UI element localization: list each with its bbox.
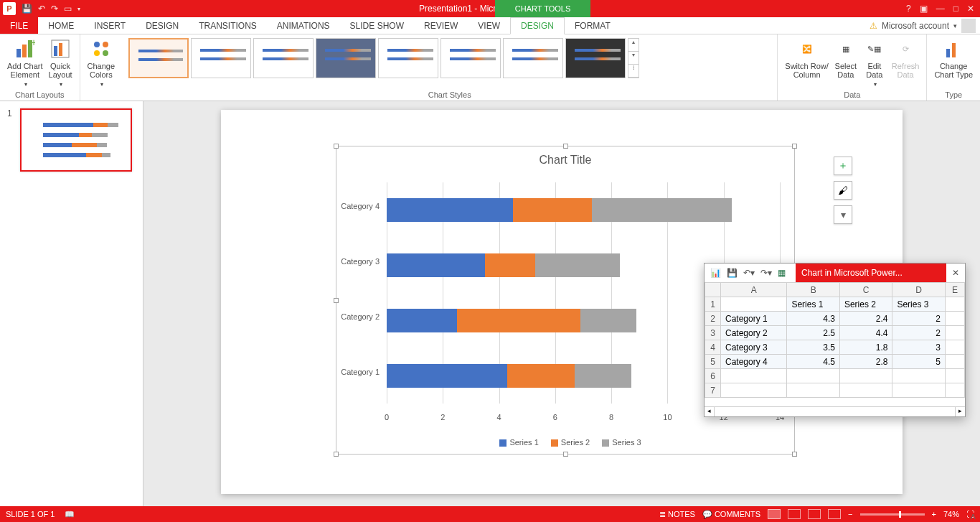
grid-cell[interactable] [945, 326, 964, 340]
grid-cell[interactable] [721, 383, 787, 398]
help-icon[interactable]: ? [906, 4, 911, 14]
ribbon-options-icon[interactable]: ▣ [920, 4, 928, 14]
grid-cell[interactable]: 4.4 [839, 326, 892, 340]
zoom-out-button[interactable]: − [848, 510, 852, 518]
tab-transitions[interactable]: TRANSITIONS [189, 17, 267, 34]
chart-style-2[interactable] [191, 38, 251, 78]
collapse-ribbon-icon[interactable]: ᐱ [971, 513, 976, 521]
grid-cell[interactable]: 2.8 [839, 355, 892, 369]
tab-review[interactable]: REVIEW [414, 17, 468, 34]
select-data-button[interactable]: ▦Select Data [831, 36, 860, 80]
tab-file[interactable]: FILE [0, 17, 38, 34]
chart-styles-button[interactable]: 🖌 [834, 181, 852, 200]
tab-chart-format[interactable]: FORMAT [565, 17, 621, 34]
grid-cell[interactable]: Category 3 [721, 340, 787, 355]
editor-redo-icon[interactable]: ↷▾ [760, 268, 772, 278]
editor-scroll-right-icon[interactable]: ▸ [955, 407, 965, 416]
editor-scroll-left-icon[interactable]: ◂ [705, 407, 715, 416]
editor-save-icon[interactable]: 💾 [727, 268, 738, 278]
slide-thumbnail-1[interactable] [20, 108, 132, 172]
bar-row[interactable] [387, 198, 780, 223]
grid-cell[interactable]: 5 [892, 355, 946, 369]
tab-slideshow[interactable]: SLIDE SHOW [340, 17, 414, 34]
qat-customize-icon[interactable]: ▾ [77, 6, 80, 12]
minimize-icon[interactable]: — [936, 4, 945, 14]
account-dropdown-icon[interactable]: ▾ [953, 22, 957, 29]
grid-cell[interactable]: 1.8 [839, 340, 892, 355]
grid-cell[interactable] [945, 369, 964, 383]
chart-style-4[interactable] [316, 38, 376, 78]
chart-style-6[interactable] [440, 38, 501, 78]
grid-cell[interactable] [839, 369, 892, 383]
maximize-icon[interactable]: □ [953, 4, 958, 14]
grid-cell[interactable] [945, 383, 964, 398]
change-chart-type-button[interactable]: Change Chart Type [931, 36, 976, 80]
grid-cell[interactable]: 4.5 [787, 355, 840, 369]
comments-button[interactable]: 💬 COMMENTS [702, 510, 760, 519]
grid-cell[interactable] [945, 340, 964, 355]
chart-style-8[interactable] [565, 38, 626, 78]
undo-icon[interactable]: ↶ [38, 4, 45, 14]
start-from-beginning-icon[interactable]: ▭ [64, 4, 72, 14]
quick-layout-button[interactable]: Quick Layout [46, 36, 75, 89]
zoom-slider[interactable] [860, 513, 925, 516]
grid-cell[interactable] [945, 312, 964, 326]
grid-cell[interactable] [945, 297, 964, 312]
zoom-level[interactable]: 74% [943, 510, 959, 518]
editor-close-icon[interactable]: ✕ [946, 268, 965, 278]
tab-design-main[interactable]: DESIGN [136, 17, 189, 34]
sorter-view-button[interactable] [788, 509, 801, 519]
save-icon[interactable]: 💾 [22, 4, 32, 14]
spellcheck-icon[interactable]: 📖 [65, 510, 75, 519]
redo-icon[interactable]: ↷ [51, 4, 58, 14]
grid-cell[interactable]: 2.4 [839, 312, 892, 326]
tab-view[interactable]: VIEW [468, 17, 510, 34]
slide-indicator[interactable]: SLIDE 1 OF 1 [6, 510, 55, 518]
editor-undo-icon[interactable]: ↶▾ [743, 268, 755, 278]
slide-canvas[interactable]: Chart Title 02468101214Category 4Categor… [143, 101, 980, 506]
chart-elements-button[interactable]: ＋ [834, 157, 852, 175]
tab-animations[interactable]: ANIMATIONS [267, 17, 340, 34]
grid-cell[interactable]: Category 4 [721, 355, 787, 369]
grid-cell[interactable] [787, 369, 840, 383]
style-gallery-scroll[interactable]: ▴▾⁞ [628, 38, 639, 78]
add-chart-element-button[interactable]: + Add Chart Element [4, 36, 46, 89]
chart-style-3[interactable] [253, 38, 314, 78]
chart-style-5[interactable] [378, 38, 438, 78]
grid-cell[interactable] [839, 383, 892, 398]
grid-cell[interactable]: 3 [892, 340, 946, 355]
normal-view-button[interactable] [768, 509, 781, 519]
grid-cell[interactable]: Series 2 [839, 297, 892, 312]
grid-cell[interactable] [787, 383, 840, 398]
chart-style-1[interactable] [128, 38, 189, 78]
reading-view-button[interactable] [808, 509, 821, 519]
account-avatar-icon[interactable] [961, 19, 976, 33]
grid-cell[interactable]: Category 1 [721, 312, 787, 326]
grid-cell[interactable] [721, 369, 787, 383]
grid-cell[interactable]: 4.3 [787, 312, 840, 326]
grid-cell[interactable]: 2.5 [787, 326, 840, 340]
data-grid[interactable]: ABCDE1Series 1Series 2Series 32Category … [705, 282, 965, 398]
grid-cell[interactable] [721, 297, 787, 312]
zoom-in-button[interactable]: + [932, 510, 936, 518]
notes-button[interactable]: ≣ NOTES [659, 510, 695, 519]
change-colors-button[interactable]: Change Colors [85, 36, 118, 89]
tab-chart-design[interactable]: DESIGN [510, 17, 565, 34]
grid-cell[interactable] [892, 369, 946, 383]
grid-cell[interactable]: Series 1 [787, 297, 840, 312]
chart-title[interactable]: Chart Title [336, 146, 794, 174]
grid-cell[interactable]: 2 [892, 326, 946, 340]
edit-data-button[interactable]: ✎▦Edit Data [860, 36, 889, 89]
account-label[interactable]: Microsoft account [882, 21, 949, 31]
chart-data-editor[interactable]: 📊 💾 ↶▾ ↷▾ ▦ Chart in Microsoft Power... … [704, 263, 966, 417]
grid-cell[interactable]: 3.5 [787, 340, 840, 355]
grid-cell[interactable] [892, 383, 946, 398]
slideshow-view-button[interactable] [828, 509, 841, 519]
grid-cell[interactable]: 2 [892, 312, 946, 326]
tab-home[interactable]: HOME [38, 17, 84, 34]
chart-style-7[interactable] [503, 38, 563, 78]
close-icon[interactable]: ✕ [967, 4, 974, 14]
chart-legend[interactable]: Series 1 Series 2 Series 3 [336, 438, 794, 447]
grid-cell[interactable]: Series 3 [892, 297, 946, 312]
tab-insert[interactable]: INSERT [84, 17, 136, 34]
